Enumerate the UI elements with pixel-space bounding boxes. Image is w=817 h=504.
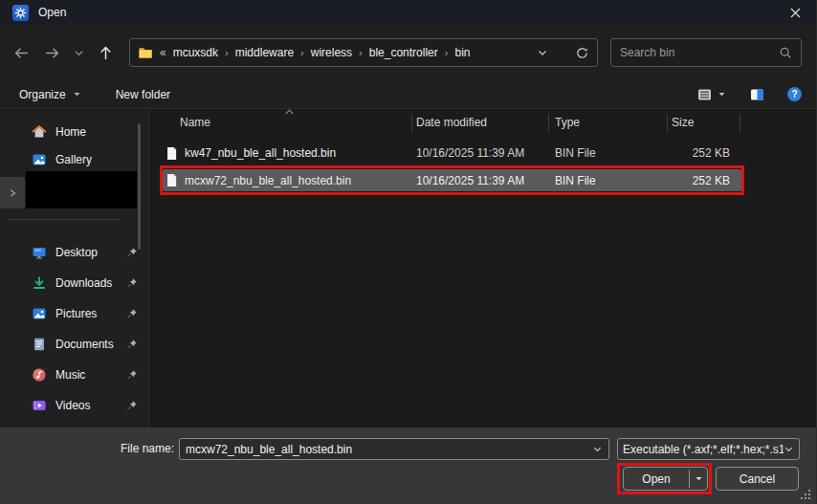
pictures-icon bbox=[32, 306, 47, 321]
navigation-bar: « mcuxsdk › middleware › wireless › ble_… bbox=[0, 25, 816, 80]
open-split-button[interactable]: Open bbox=[623, 467, 708, 491]
file-name: kw47_nbu_ble_all_hosted.bin bbox=[185, 146, 336, 160]
sidebar-item-label: Gallery bbox=[55, 153, 144, 166]
search-input[interactable] bbox=[620, 46, 779, 59]
file-row-kw47[interactable]: kw47_nbu_ble_all_hosted.bin 10/16/2025 1… bbox=[163, 142, 741, 164]
toolbar-right-group: ? bbox=[696, 86, 803, 102]
file-name-dropdown-chevron-icon[interactable] bbox=[592, 444, 603, 454]
column-header-name[interactable]: Name bbox=[180, 116, 210, 129]
sidebar-separator bbox=[8, 219, 121, 220]
titlebar: Open bbox=[0, 0, 816, 25]
pin-icon bbox=[126, 400, 138, 411]
sidebar-item-videos[interactable]: Videos bbox=[0, 393, 144, 418]
pin-icon bbox=[126, 277, 138, 289]
open-button-label[interactable]: Open bbox=[624, 468, 689, 490]
sidebar-expander-tab[interactable] bbox=[0, 177, 25, 208]
organize-label: Organize bbox=[19, 88, 66, 101]
sidebar-item-home[interactable]: Home bbox=[0, 120, 144, 144]
chevron-down-icon bbox=[73, 90, 81, 99]
up-icon bbox=[98, 45, 114, 61]
back-icon bbox=[13, 45, 30, 61]
main-area: Home Gallery bbox=[0, 110, 816, 427]
music-icon bbox=[32, 367, 47, 383]
file-name-input[interactable] bbox=[186, 443, 592, 456]
breadcrumb-separator: › bbox=[225, 47, 229, 58]
file-size: 252 KB bbox=[667, 174, 741, 187]
open-dropdown-chevron-icon[interactable] bbox=[690, 468, 707, 490]
gallery-icon bbox=[32, 152, 47, 167]
app-icon bbox=[12, 5, 29, 21]
file-date-modified: 10/16/2025 11:39 AM bbox=[411, 174, 548, 187]
new-folder-button[interactable]: New folder bbox=[110, 85, 176, 104]
breadcrumb-item-bin[interactable]: bin bbox=[454, 46, 470, 59]
file-icon bbox=[166, 146, 178, 161]
breadcrumb-item-middleware[interactable]: middleware bbox=[235, 46, 294, 59]
file-type-select[interactable]: Executable (*.axf;*.elf;*.hex;*.s1 bbox=[617, 438, 800, 460]
column-header-size[interactable]: Size bbox=[672, 116, 694, 129]
sidebar-item-label: Downloads bbox=[55, 276, 118, 290]
column-divider[interactable] bbox=[548, 114, 549, 132]
sidebar-item-desktop[interactable]: Desktop bbox=[0, 240, 144, 265]
address-bar[interactable]: « mcuxsdk › middleware › wireless › ble_… bbox=[129, 38, 598, 67]
search-icon[interactable] bbox=[779, 46, 792, 59]
column-header-date-modified[interactable]: Date modified bbox=[416, 116, 487, 129]
pin-icon bbox=[126, 308, 138, 319]
sidebar-item-documents[interactable]: Documents bbox=[0, 332, 144, 357]
column-divider[interactable] bbox=[667, 114, 668, 132]
help-button[interactable]: ? bbox=[786, 86, 803, 102]
address-dropdown-chevron-icon[interactable] bbox=[537, 47, 548, 58]
search-box bbox=[610, 38, 802, 67]
sidebar-item-label: Desktop bbox=[55, 246, 118, 259]
sidebar-item-label: Music bbox=[55, 368, 118, 382]
refresh-icon[interactable] bbox=[575, 46, 589, 60]
up-button[interactable] bbox=[92, 39, 119, 66]
pin-icon bbox=[126, 339, 138, 350]
close-button[interactable] bbox=[774, 0, 816, 25]
view-dropdown-chevron-icon[interactable] bbox=[718, 90, 726, 99]
videos-icon bbox=[32, 398, 47, 413]
sort-ascending-icon bbox=[284, 108, 295, 116]
redacted-sidebar-item[interactable] bbox=[26, 171, 137, 208]
details-view-icon bbox=[696, 87, 713, 102]
cancel-button[interactable]: Cancel bbox=[716, 467, 799, 491]
sidebar-item-gallery[interactable]: Gallery bbox=[0, 147, 144, 172]
column-header-type[interactable]: Type bbox=[555, 116, 580, 129]
details-view-button[interactable] bbox=[696, 87, 726, 102]
pin-icon bbox=[126, 247, 138, 258]
sidebar-item-downloads[interactable]: Downloads bbox=[0, 271, 144, 296]
breadcrumb-separator: › bbox=[300, 47, 304, 58]
cancel-button-label: Cancel bbox=[740, 472, 775, 486]
sidebar-item-pictures[interactable]: Pictures bbox=[0, 301, 144, 326]
column-divider[interactable] bbox=[411, 114, 412, 132]
file-name-label: File name: bbox=[0, 438, 174, 460]
sidebar-item-label: Documents bbox=[55, 338, 118, 351]
preview-pane-button[interactable] bbox=[749, 87, 765, 102]
breadcrumb-item-ble-controller[interactable]: ble_controller bbox=[369, 46, 438, 59]
svg-text:?: ? bbox=[791, 89, 797, 99]
sidebar-scrollbar[interactable] bbox=[138, 123, 141, 250]
back-button[interactable] bbox=[8, 39, 34, 66]
file-size: 252 KB bbox=[667, 146, 741, 160]
pin-icon bbox=[126, 369, 138, 381]
breadcrumb-item-wireless[interactable]: wireless bbox=[311, 46, 352, 59]
downloads-icon bbox=[32, 275, 47, 291]
file-row-mcxw72-selected[interactable]: mcxw72_nbu_ble_all_hosted.bin 10/16/2025… bbox=[163, 169, 741, 191]
forward-button[interactable] bbox=[38, 39, 65, 66]
organize-button[interactable]: Organize bbox=[13, 85, 87, 104]
navigation-sidebar: Home Gallery bbox=[0, 110, 149, 427]
recent-locations-button[interactable] bbox=[69, 39, 88, 66]
file-type: BIN File bbox=[548, 174, 667, 187]
breadcrumb-overflow[interactable]: « bbox=[160, 46, 166, 59]
documents-icon bbox=[32, 337, 47, 352]
recent-locations-chevron-icon bbox=[74, 48, 84, 58]
breadcrumb-item-mcuxsdk[interactable]: mcuxsdk bbox=[173, 46, 218, 59]
breadcrumb-separator: › bbox=[445, 47, 449, 58]
open-file-dialog: Open bbox=[0, 0, 817, 504]
folder-icon bbox=[138, 45, 153, 60]
sidebar-item-label: Videos bbox=[55, 399, 118, 412]
forward-icon bbox=[44, 45, 60, 61]
sidebar-item-music[interactable]: Music bbox=[0, 362, 144, 387]
resize-grip-icon[interactable] bbox=[801, 489, 811, 499]
file-list-pane: Name Date modified Type Size kw47_nbu_bl… bbox=[150, 110, 816, 427]
column-divider[interactable] bbox=[740, 114, 740, 132]
